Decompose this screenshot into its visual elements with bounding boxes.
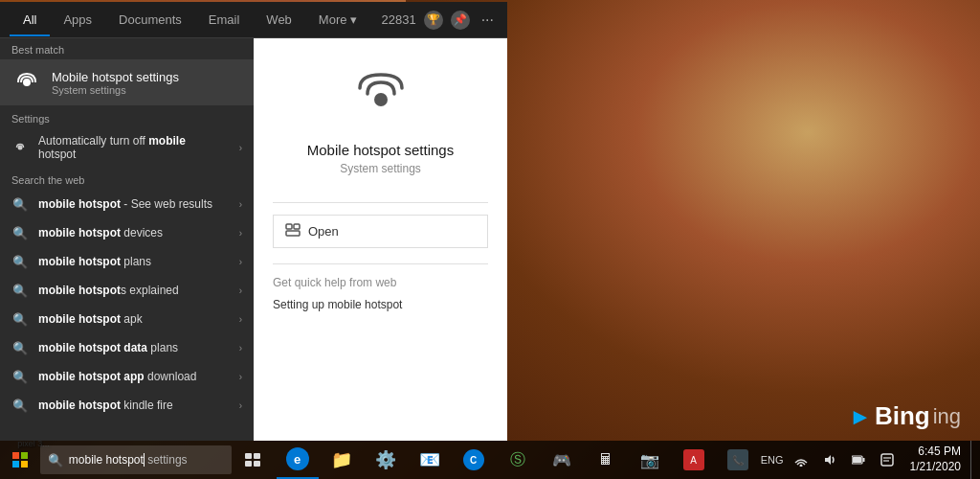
svg-rect-7 bbox=[21, 452, 28, 459]
more-dots[interactable]: ··· bbox=[478, 11, 498, 29]
taskbar-apps: e 📁 ⚙️ 📧 C Ⓢ 🎮 bbox=[277, 441, 759, 479]
volume-icon[interactable] bbox=[816, 441, 843, 479]
taskbar-edge-button[interactable]: e bbox=[277, 441, 319, 479]
web-section-header: Search the web bbox=[0, 167, 254, 190]
taskbar-photos-button[interactable]: 📷 bbox=[629, 441, 671, 479]
svg-rect-19 bbox=[881, 454, 893, 466]
trophy-icon[interactable]: 🏆 bbox=[424, 11, 443, 30]
taskbar-red-app-button[interactable]: A bbox=[673, 441, 715, 479]
best-match-item[interactable]: Mobile hotspot settings System settings bbox=[0, 59, 254, 105]
svg-rect-11 bbox=[254, 453, 260, 459]
battery-icon[interactable] bbox=[845, 441, 872, 479]
chevron-icon-settings: › bbox=[239, 143, 242, 153]
svg-rect-13 bbox=[254, 461, 260, 467]
svg-rect-8 bbox=[12, 461, 19, 468]
tab-all[interactable]: All bbox=[10, 5, 50, 36]
taskbar-explorer-button[interactable]: 📁 bbox=[321, 441, 363, 479]
svg-rect-4 bbox=[286, 231, 300, 236]
search-icon-0: 🔍 bbox=[11, 195, 29, 213]
hotspot-big-icon bbox=[350, 67, 412, 132]
search-icon-5: 🔍 bbox=[11, 339, 29, 356]
web-item-2[interactable]: 🔍 mobile hotspot plans › bbox=[0, 247, 254, 276]
chevron-icon-2: › bbox=[239, 257, 242, 267]
chevron-icon-1: › bbox=[239, 228, 242, 239]
quick-help-section: Get quick help from web Setting up mobil… bbox=[273, 276, 488, 312]
taskbar-app1-button[interactable]: Ⓢ bbox=[497, 441, 539, 479]
chevron-icon-5: › bbox=[239, 343, 242, 354]
notification-icon[interactable] bbox=[874, 441, 901, 479]
web-item-3[interactable]: 🔍 mobile hotspots explained › bbox=[0, 276, 254, 305]
svg-rect-5 bbox=[294, 224, 300, 229]
search-icon-3: 🔍 bbox=[11, 282, 29, 299]
tab-documents[interactable]: Documents bbox=[105, 5, 195, 34]
search-box-icon: 🔍 bbox=[48, 453, 63, 468]
right-action-area: Open bbox=[273, 215, 488, 248]
web-item-1[interactable]: 🔍 mobile hotspot devices › bbox=[0, 218, 254, 247]
chevron-icon-6: › bbox=[239, 372, 242, 382]
taskbar-settings-button[interactable]: ⚙️ bbox=[365, 441, 407, 479]
search-icon-7: 🔍 bbox=[11, 397, 29, 414]
svg-point-2 bbox=[374, 93, 388, 106]
open-button[interactable]: Open bbox=[273, 215, 488, 248]
tab-web[interactable]: Web bbox=[253, 5, 305, 34]
chevron-icon-7: › bbox=[239, 400, 242, 411]
search-icon-6: 🔍 bbox=[11, 368, 29, 385]
tab-more[interactable]: More ▾ bbox=[305, 5, 370, 34]
wifi-icon-small bbox=[11, 139, 29, 156]
web-item-7[interactable]: 🔍 mobile hotspot kindle fire › bbox=[0, 391, 254, 420]
quick-help-title: Get quick help from web bbox=[273, 276, 488, 289]
show-desktop-button[interactable] bbox=[970, 441, 976, 479]
svg-rect-6 bbox=[12, 452, 19, 459]
desktop: ► Binging W Enterprise Where are my ques… bbox=[0, 0, 980, 479]
search-tab-bar: All Apps Documents Email Web More ▾ 2283… bbox=[0, 2, 507, 38]
web-item-6[interactable]: 🔍 mobile hotspot app download › bbox=[0, 362, 254, 391]
taskbar: 🔍 mobile hotspot settings e bbox=[0, 441, 980, 479]
taskbar-right: ENG bbox=[759, 441, 980, 479]
settings-auto-turn-off[interactable]: Automatically turn off mobilehotspot › bbox=[0, 128, 254, 167]
bing-watermark: ► Binging bbox=[849, 401, 961, 431]
pin-icon[interactable]: 📌 bbox=[451, 11, 470, 30]
tab-apps[interactable]: Apps bbox=[50, 5, 105, 34]
score-value: 22831 bbox=[382, 12, 416, 27]
tab-email[interactable]: Email bbox=[195, 5, 254, 34]
web-item-4[interactable]: 🔍 mobile hotspot apk › bbox=[0, 305, 254, 333]
svg-point-0 bbox=[23, 79, 31, 86]
tab-bar-right: 22831 🏆 📌 ··· bbox=[382, 11, 499, 30]
network-icon[interactable] bbox=[788, 441, 814, 479]
taskbar-calc-button[interactable]: 🖩 bbox=[585, 441, 627, 479]
language-icon[interactable]: ENG bbox=[759, 441, 786, 479]
taskbar-cortana-button[interactable]: C bbox=[453, 441, 495, 479]
svg-marker-15 bbox=[825, 455, 831, 465]
search-icon-1: 🔍 bbox=[11, 224, 29, 241]
web-item-5[interactable]: 🔍 mobile hotspot data plans › bbox=[0, 333, 254, 362]
settings-section-header: Settings bbox=[0, 105, 254, 128]
taskbar-mail-button[interactable]: 📧 bbox=[409, 441, 451, 479]
best-match-text: Mobile hotspot settings System settings bbox=[52, 70, 179, 96]
quick-help-link[interactable]: Setting up mobile hotspot bbox=[273, 298, 402, 311]
search-box[interactable]: 🔍 mobile hotspot settings bbox=[40, 445, 232, 474]
svg-point-14 bbox=[799, 465, 802, 468]
svg-rect-10 bbox=[245, 453, 252, 459]
right-panel-title: Mobile hotspot settings bbox=[307, 142, 454, 158]
svg-rect-18 bbox=[853, 457, 861, 463]
web-item-0[interactable]: 🔍 mobile hotspot - See web results › bbox=[0, 190, 254, 218]
chevron-icon-0: › bbox=[239, 199, 242, 210]
search-panel: All Apps Documents Email Web More ▾ 2283… bbox=[0, 2, 507, 441]
taskbar-clock[interactable]: 6:45 PM 1/21/2020 bbox=[902, 441, 969, 479]
best-match-header: Best match bbox=[0, 38, 254, 59]
right-detail-panel: Mobile hotspot settings System settings bbox=[254, 38, 507, 441]
open-icon bbox=[285, 223, 301, 240]
chevron-icon-3: › bbox=[239, 285, 242, 296]
svg-rect-17 bbox=[862, 458, 864, 462]
taskbar-xbox-button[interactable]: 🎮 bbox=[541, 441, 583, 479]
chevron-icon-4: › bbox=[239, 314, 242, 325]
results-container: Best match Mobile hotspot settings Syste… bbox=[0, 38, 507, 441]
taskbar-app2-button[interactable]: 📞 bbox=[717, 441, 759, 479]
search-box-text: mobile hotspot settings bbox=[69, 453, 188, 468]
task-view-button[interactable] bbox=[235, 441, 271, 479]
search-icon-4: 🔍 bbox=[11, 310, 29, 328]
start-button[interactable] bbox=[0, 441, 40, 479]
search-icon-2: 🔍 bbox=[11, 253, 29, 270]
svg-rect-12 bbox=[245, 461, 252, 467]
svg-rect-9 bbox=[21, 461, 28, 468]
